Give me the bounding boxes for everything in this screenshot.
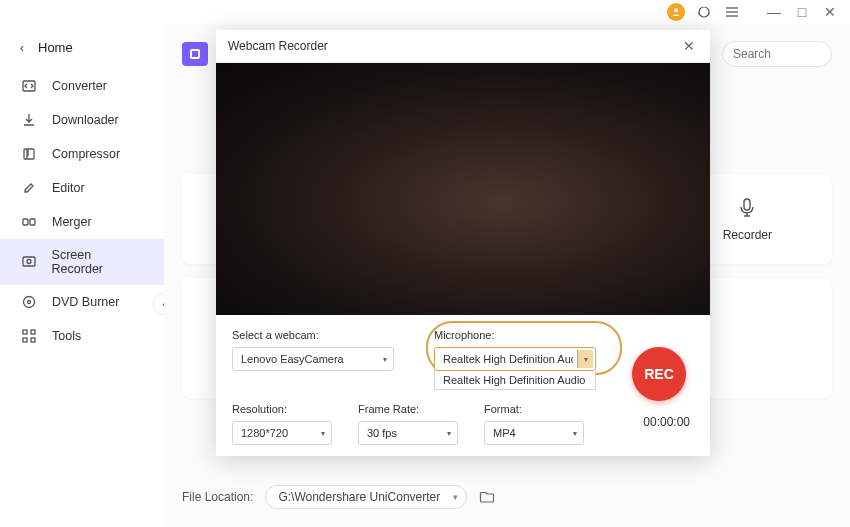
sidebar-item-compressor[interactable]: Compressor (0, 137, 164, 171)
back-home[interactable]: ‹ Home (0, 34, 164, 69)
chevron-left-icon: ‹ (20, 41, 24, 55)
format-value: MP4 (493, 427, 516, 439)
chevron-down-icon: ▾ (573, 429, 577, 438)
webcam-preview (216, 63, 710, 315)
microphone-select[interactable]: Realtek High Definition Audio ▾ (434, 347, 596, 371)
svg-point-11 (24, 297, 35, 308)
sidebar-item-tools[interactable]: Tools (0, 319, 164, 353)
recording-timer: 00:00:00 (643, 415, 690, 429)
sidebar-item-editor[interactable]: Editor (0, 171, 164, 205)
window-maximize-button[interactable]: □ (792, 2, 812, 22)
sidebar-item-label: Screen Recorder (52, 248, 144, 276)
sidebar-item-label: Merger (52, 215, 92, 229)
webcam-value: Lenovo EasyCamera (241, 353, 344, 365)
sidebar-item-converter[interactable]: Converter (0, 69, 164, 103)
editor-icon (20, 180, 38, 196)
format-label: Format: (484, 403, 584, 415)
merger-icon (20, 214, 38, 230)
sidebar-item-label: Tools (52, 329, 81, 343)
microphone-option-label: Realtek High Definition Audio (443, 374, 585, 386)
microphone-icon (735, 196, 759, 220)
feature-label: Recorder (723, 228, 772, 242)
chevron-down-icon: ▾ (577, 350, 593, 368)
downloader-icon (20, 112, 38, 128)
resolution-select[interactable]: 1280*720 ▾ (232, 421, 332, 445)
hamburger-menu-icon[interactable] (722, 2, 742, 22)
sidebar-item-label: DVD Burner (52, 295, 119, 309)
back-label: Home (38, 40, 73, 55)
sidebar-item-label: Downloader (52, 113, 119, 127)
file-location-label: File Location: (182, 490, 253, 504)
screen-recorder-icon (20, 254, 38, 270)
microphone-value: Realtek High Definition Audio (443, 353, 573, 365)
svg-rect-15 (23, 338, 27, 342)
dvd-burner-icon (20, 294, 38, 310)
svg-point-10 (27, 260, 31, 264)
svg-rect-14 (31, 330, 35, 334)
format-select[interactable]: MP4 ▾ (484, 421, 584, 445)
sidebar-item-downloader[interactable]: Downloader (0, 103, 164, 137)
file-location-value: G:\Wondershare UniConverter (278, 490, 440, 504)
svg-rect-9 (23, 257, 35, 266)
search-input[interactable] (722, 41, 832, 67)
svg-rect-8 (30, 219, 35, 225)
svg-rect-17 (744, 199, 750, 210)
sidebar-item-label: Editor (52, 181, 85, 195)
svg-point-0 (674, 8, 678, 12)
sidebar: ‹ Home Converter Downloader Compressor E… (0, 24, 164, 527)
window-close-button[interactable]: ✕ (820, 2, 840, 22)
sidebar-item-dvd-burner[interactable]: DVD Burner (0, 285, 164, 319)
resolution-label: Resolution: (232, 403, 332, 415)
file-location-row: File Location: G:\Wondershare UniConvert… (182, 485, 495, 509)
webcam-recorder-modal: Webcam Recorder ✕ Select a webcam: Lenov… (216, 30, 710, 456)
app-logo-icon (182, 42, 208, 66)
sidebar-item-label: Compressor (52, 147, 120, 161)
webcam-label: Select a webcam: (232, 329, 394, 341)
sidebar-item-label: Converter (52, 79, 107, 93)
modal-title: Webcam Recorder (228, 39, 328, 53)
support-icon[interactable] (694, 2, 714, 22)
svg-rect-16 (31, 338, 35, 342)
microphone-label: Microphone: (434, 329, 596, 341)
microphone-dropdown-option[interactable]: Realtek High Definition Audio (434, 371, 596, 390)
window-minimize-button[interactable]: — (764, 2, 784, 22)
svg-point-12 (28, 301, 31, 304)
framerate-label: Frame Rate: (358, 403, 458, 415)
open-folder-button[interactable] (479, 490, 495, 504)
webcam-select[interactable]: Lenovo EasyCamera ▾ (232, 347, 394, 371)
record-button[interactable]: REC (632, 347, 686, 401)
svg-point-1 (699, 7, 709, 17)
chevron-down-icon: ▾ (321, 429, 325, 438)
chevron-down-icon: ▾ (453, 492, 458, 502)
record-button-label: REC (644, 366, 674, 382)
framerate-select[interactable]: 30 fps ▾ (358, 421, 458, 445)
tools-icon (20, 328, 38, 344)
svg-rect-13 (23, 330, 27, 334)
compressor-icon (20, 146, 38, 162)
user-avatar[interactable] (666, 2, 686, 22)
sidebar-item-merger[interactable]: Merger (0, 205, 164, 239)
framerate-value: 30 fps (367, 427, 397, 439)
svg-rect-7 (23, 219, 28, 225)
modal-close-button[interactable]: ✕ (680, 38, 698, 54)
chevron-down-icon: ▾ (383, 355, 387, 364)
chevron-down-icon: ▾ (447, 429, 451, 438)
resolution-value: 1280*720 (241, 427, 288, 439)
file-location-select[interactable]: G:\Wondershare UniConverter ▾ (265, 485, 467, 509)
feature-audio-recorder[interactable]: Recorder (723, 196, 772, 242)
sidebar-item-screen-recorder[interactable]: Screen Recorder (0, 239, 164, 285)
window-titlebar: — □ ✕ (0, 0, 850, 24)
converter-icon (20, 78, 38, 94)
